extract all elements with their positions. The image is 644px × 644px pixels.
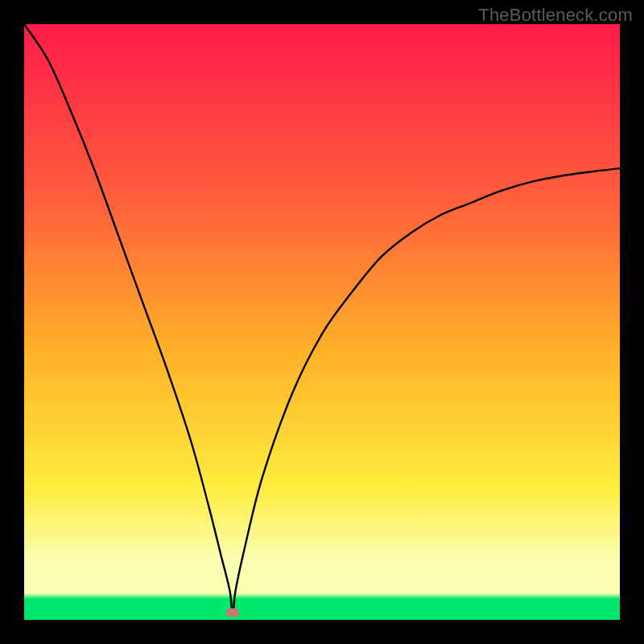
plot-area <box>24 24 620 620</box>
chart-stage: TheBottleneck.com <box>0 0 644 644</box>
watermark-text: TheBottleneck.com <box>478 5 633 26</box>
optimum-marker-icon <box>226 609 239 617</box>
bottleneck-curve <box>24 24 620 620</box>
